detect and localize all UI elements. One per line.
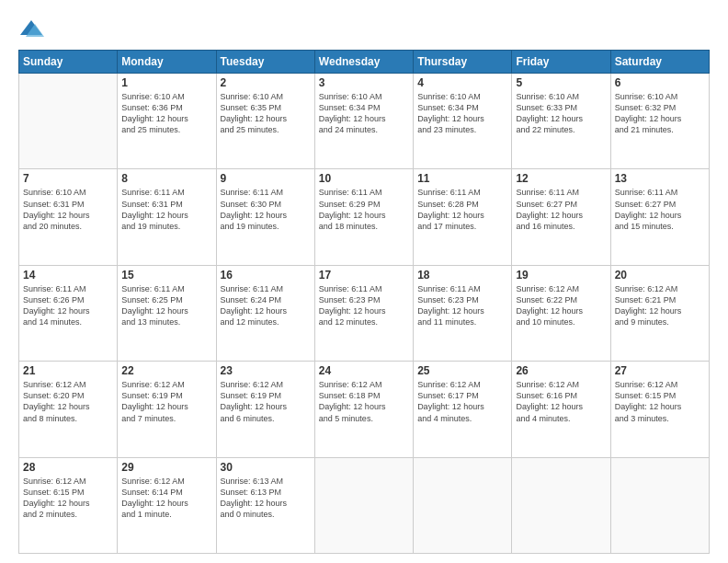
- day-number: 24: [319, 364, 409, 377]
- header-row: SundayMondayTuesdayWednesdayThursdayFrid…: [19, 51, 710, 74]
- day-number: 12: [516, 172, 606, 185]
- day-cell: 19Sunrise: 6:12 AM Sunset: 6:22 PM Dayli…: [512, 265, 610, 361]
- header: [18, 17, 710, 42]
- day-info: Sunrise: 6:12 AM Sunset: 6:15 PM Dayligh…: [615, 379, 705, 424]
- day-number: 15: [121, 269, 211, 282]
- day-info: Sunrise: 6:12 AM Sunset: 6:19 PM Dayligh…: [121, 379, 211, 424]
- day-info: Sunrise: 6:11 AM Sunset: 6:23 PM Dayligh…: [319, 283, 409, 328]
- week-row-4: 21Sunrise: 6:12 AM Sunset: 6:20 PM Dayli…: [19, 362, 710, 457]
- page: SundayMondayTuesdayWednesdayThursdayFrid…: [0, 0, 728, 563]
- day-number: 16: [221, 269, 311, 282]
- header-cell-thursday: Thursday: [414, 51, 512, 74]
- day-cell: 9Sunrise: 6:11 AM Sunset: 6:30 PM Daylig…: [216, 169, 314, 265]
- header-cell-saturday: Saturday: [610, 51, 709, 74]
- day-number: 4: [417, 76, 507, 89]
- day-cell: 22Sunrise: 6:12 AM Sunset: 6:19 PM Dayli…: [118, 362, 216, 457]
- day-info: Sunrise: 6:13 AM Sunset: 6:13 PM Dayligh…: [221, 476, 311, 521]
- day-cell: 27Sunrise: 6:12 AM Sunset: 6:15 PM Dayli…: [610, 362, 709, 457]
- day-info: Sunrise: 6:10 AM Sunset: 6:36 PM Dayligh…: [121, 91, 211, 136]
- day-info: Sunrise: 6:10 AM Sunset: 6:33 PM Dayligh…: [516, 91, 606, 136]
- day-info: Sunrise: 6:10 AM Sunset: 6:34 PM Dayligh…: [417, 91, 507, 136]
- day-info: Sunrise: 6:10 AM Sunset: 6:32 PM Dayligh…: [615, 91, 705, 136]
- day-cell: 16Sunrise: 6:11 AM Sunset: 6:24 PM Dayli…: [216, 265, 314, 361]
- day-number: 26: [516, 364, 606, 377]
- week-row-3: 14Sunrise: 6:11 AM Sunset: 6:26 PM Dayli…: [19, 265, 710, 361]
- day-cell: 3Sunrise: 6:10 AM Sunset: 6:34 PM Daylig…: [314, 74, 413, 169]
- day-info: Sunrise: 6:12 AM Sunset: 6:16 PM Dayligh…: [516, 379, 606, 424]
- day-info: Sunrise: 6:11 AM Sunset: 6:25 PM Dayligh…: [121, 283, 211, 328]
- day-cell: 6Sunrise: 6:10 AM Sunset: 6:32 PM Daylig…: [610, 74, 709, 169]
- day-cell: 26Sunrise: 6:12 AM Sunset: 6:16 PM Dayli…: [512, 362, 610, 457]
- day-cell: 28Sunrise: 6:12 AM Sunset: 6:15 PM Dayli…: [19, 457, 118, 553]
- week-row-5: 28Sunrise: 6:12 AM Sunset: 6:15 PM Dayli…: [19, 457, 710, 553]
- week-row-1: 1Sunrise: 6:10 AM Sunset: 6:36 PM Daylig…: [19, 74, 710, 169]
- day-cell: 14Sunrise: 6:11 AM Sunset: 6:26 PM Dayli…: [19, 265, 118, 361]
- day-number: 2: [221, 76, 311, 89]
- day-cell: 4Sunrise: 6:10 AM Sunset: 6:34 PM Daylig…: [414, 74, 512, 169]
- day-info: Sunrise: 6:11 AM Sunset: 6:24 PM Dayligh…: [221, 283, 311, 328]
- day-info: Sunrise: 6:11 AM Sunset: 6:29 PM Dayligh…: [319, 187, 409, 232]
- day-cell: 8Sunrise: 6:11 AM Sunset: 6:31 PM Daylig…: [118, 169, 216, 265]
- day-cell: 10Sunrise: 6:11 AM Sunset: 6:29 PM Dayli…: [314, 169, 413, 265]
- day-cell: 17Sunrise: 6:11 AM Sunset: 6:23 PM Dayli…: [314, 265, 413, 361]
- day-info: Sunrise: 6:10 AM Sunset: 6:35 PM Dayligh…: [221, 91, 311, 136]
- day-info: Sunrise: 6:12 AM Sunset: 6:19 PM Dayligh…: [221, 379, 311, 424]
- day-cell: 25Sunrise: 6:12 AM Sunset: 6:17 PM Dayli…: [414, 362, 512, 457]
- day-number: 3: [319, 76, 409, 89]
- logo-icon: [18, 17, 44, 42]
- day-number: 14: [23, 269, 113, 282]
- day-number: 10: [319, 172, 409, 185]
- day-number: 18: [417, 269, 507, 282]
- header-cell-monday: Monday: [118, 51, 216, 74]
- day-cell: [414, 457, 512, 553]
- calendar-table: SundayMondayTuesdayWednesdayThursdayFrid…: [18, 50, 710, 554]
- day-number: 7: [23, 172, 113, 185]
- day-number: 28: [23, 461, 113, 474]
- day-cell: 7Sunrise: 6:10 AM Sunset: 6:31 PM Daylig…: [19, 169, 118, 265]
- header-cell-tuesday: Tuesday: [216, 51, 314, 74]
- day-number: 20: [615, 269, 705, 282]
- day-number: 30: [221, 461, 311, 474]
- day-info: Sunrise: 6:11 AM Sunset: 6:23 PM Dayligh…: [417, 283, 507, 328]
- day-info: Sunrise: 6:12 AM Sunset: 6:17 PM Dayligh…: [417, 379, 507, 424]
- day-number: 17: [319, 269, 409, 282]
- day-info: Sunrise: 6:11 AM Sunset: 6:30 PM Dayligh…: [221, 187, 311, 232]
- day-info: Sunrise: 6:11 AM Sunset: 6:26 PM Dayligh…: [23, 283, 113, 328]
- day-info: Sunrise: 6:11 AM Sunset: 6:31 PM Dayligh…: [121, 187, 211, 232]
- day-number: 22: [121, 364, 211, 377]
- day-info: Sunrise: 6:10 AM Sunset: 6:34 PM Dayligh…: [319, 91, 409, 136]
- header-cell-wednesday: Wednesday: [314, 51, 413, 74]
- day-cell: 11Sunrise: 6:11 AM Sunset: 6:28 PM Dayli…: [414, 169, 512, 265]
- header-cell-friday: Friday: [512, 51, 610, 74]
- day-number: 8: [121, 172, 211, 185]
- day-number: 13: [615, 172, 705, 185]
- day-number: 23: [221, 364, 311, 377]
- day-info: Sunrise: 6:12 AM Sunset: 6:20 PM Dayligh…: [23, 379, 113, 424]
- day-number: 6: [615, 76, 705, 89]
- day-number: 5: [516, 76, 606, 89]
- day-cell: 13Sunrise: 6:11 AM Sunset: 6:27 PM Dayli…: [610, 169, 709, 265]
- day-info: Sunrise: 6:12 AM Sunset: 6:22 PM Dayligh…: [516, 283, 606, 328]
- day-cell: [610, 457, 709, 553]
- day-info: Sunrise: 6:11 AM Sunset: 6:27 PM Dayligh…: [615, 187, 705, 232]
- day-info: Sunrise: 6:12 AM Sunset: 6:18 PM Dayligh…: [319, 379, 409, 424]
- day-cell: [19, 74, 118, 169]
- day-cell: 23Sunrise: 6:12 AM Sunset: 6:19 PM Dayli…: [216, 362, 314, 457]
- day-number: 1: [121, 76, 211, 89]
- day-info: Sunrise: 6:12 AM Sunset: 6:15 PM Dayligh…: [23, 476, 113, 521]
- calendar-header: SundayMondayTuesdayWednesdayThursdayFrid…: [19, 51, 710, 74]
- day-info: Sunrise: 6:11 AM Sunset: 6:28 PM Dayligh…: [417, 187, 507, 232]
- day-number: 25: [417, 364, 507, 377]
- day-number: 11: [417, 172, 507, 185]
- day-cell: [512, 457, 610, 553]
- day-cell: 30Sunrise: 6:13 AM Sunset: 6:13 PM Dayli…: [216, 457, 314, 553]
- day-number: 19: [516, 269, 606, 282]
- day-cell: 18Sunrise: 6:11 AM Sunset: 6:23 PM Dayli…: [414, 265, 512, 361]
- day-cell: 20Sunrise: 6:12 AM Sunset: 6:21 PM Dayli…: [610, 265, 709, 361]
- calendar-body: 1Sunrise: 6:10 AM Sunset: 6:36 PM Daylig…: [19, 74, 710, 554]
- day-cell: [314, 457, 413, 553]
- day-number: 9: [221, 172, 311, 185]
- day-info: Sunrise: 6:10 AM Sunset: 6:31 PM Dayligh…: [23, 187, 113, 232]
- day-cell: 2Sunrise: 6:10 AM Sunset: 6:35 PM Daylig…: [216, 74, 314, 169]
- day-cell: 5Sunrise: 6:10 AM Sunset: 6:33 PM Daylig…: [512, 74, 610, 169]
